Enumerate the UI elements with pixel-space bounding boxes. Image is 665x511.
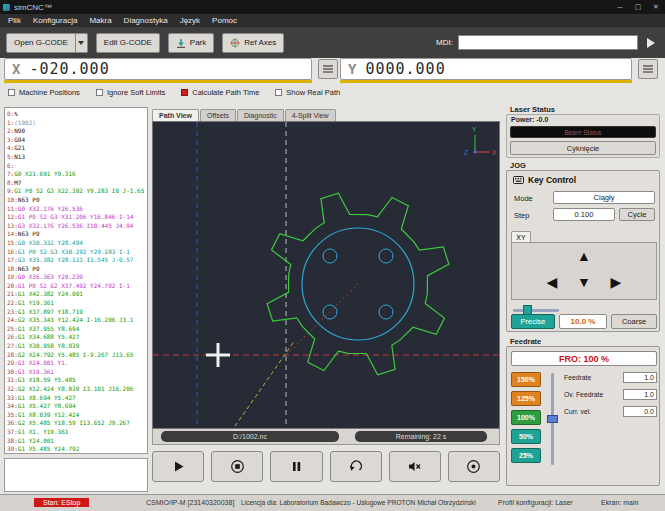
gcode-line[interactable]: 15:G0 X30.332 Y28.494 xyxy=(7,239,147,248)
gcode-line[interactable]: 10:N63 P0 xyxy=(7,196,147,205)
checkbox[interactable] xyxy=(8,89,15,96)
dro-y-zero-button[interactable] xyxy=(638,59,658,79)
close-button[interactable]: ✕ xyxy=(647,0,665,14)
field-value[interactable]: 0.0 xyxy=(623,406,657,417)
jog-mode-select[interactable]: Ciągły xyxy=(553,191,655,204)
gcode-line[interactable]: 1:(1002) xyxy=(7,119,147,128)
fro-preset-100[interactable]: 100% xyxy=(511,410,541,425)
gcode-line[interactable]: 39:G1 X5.485 Y24.792 xyxy=(7,445,147,454)
gcode-line[interactable]: 12:G1 P0 S2 G3 X31.206 Y16.846 I-14 xyxy=(7,213,147,222)
gcode-line[interactable]: 16:G1 P0 S2 G3 X30.292 Y29.283 I-1 xyxy=(7,248,147,257)
path-view-canvas[interactable]: Y X Z xyxy=(152,121,500,429)
gcode-line[interactable]: 28:G2 X24.792 Y5.485 I-9.267 J13.65 xyxy=(7,351,147,360)
gcode-listing[interactable]: 0:%1:(1002)2:N903:G944:G215:N136:7:G0 X2… xyxy=(4,107,148,454)
jog-left-button[interactable]: ◀ xyxy=(540,271,564,293)
stop-button[interactable] xyxy=(211,451,263,482)
record-button[interactable] xyxy=(448,451,500,482)
gcode-line[interactable]: 23:G1 X37.897 Y18.719 xyxy=(7,308,147,317)
edit-gcode-button[interactable]: Edit G-CODE xyxy=(96,33,160,53)
tab-4-split-view[interactable]: 4-Split View xyxy=(285,109,336,121)
mdi-run-icon[interactable] xyxy=(647,38,655,48)
checkbox[interactable] xyxy=(275,89,282,96)
gcode-line[interactable]: 11:G0 X32.176 Y26.536 xyxy=(7,205,147,214)
gcode-line[interactable]: 24:G2 X35.343 Y12.424 I-16.206 J3.1 xyxy=(7,316,147,325)
gcode-line[interactable]: 27:G1 X30.958 Y8.039 xyxy=(7,342,147,351)
field-value[interactable]: 1.0 xyxy=(623,372,657,383)
gcode-line[interactable]: 38:G1 Y24.001 xyxy=(7,437,147,446)
gcode-line[interactable]: 30:G1 X19.361 xyxy=(7,368,147,377)
gcode-line[interactable]: 17:G3 X35.382 Y28.121 I1.545 J-0.57 xyxy=(7,256,147,265)
checkbox[interactable] xyxy=(181,89,188,96)
fro-preset-150[interactable]: 150% xyxy=(511,372,541,387)
gcode-line[interactable]: 19:G0 X36.363 Y29.239 xyxy=(7,273,147,282)
menu-konfiguracja[interactable]: Konfiguracja xyxy=(27,16,83,25)
field-value[interactable]: 1.0 xyxy=(623,389,657,400)
fro-slider[interactable] xyxy=(547,373,558,465)
menu-pomoc[interactable]: Pomoc xyxy=(206,16,243,25)
gcode-line[interactable]: 21:G1 X42.382 Y24.001 xyxy=(7,290,147,299)
tab-offsets[interactable]: Offsets xyxy=(200,109,236,121)
jog-down-button[interactable]: ▼ xyxy=(572,271,596,293)
gcode-line[interactable]: 2:N90 xyxy=(7,127,147,136)
gcode-line[interactable]: 35:G1 X8.039 Y12.424 xyxy=(7,411,147,420)
option-show-real-path[interactable]: Show Real Path xyxy=(275,88,340,97)
gcode-line[interactable]: 31:G1 X18.59 Y5.485 xyxy=(7,376,147,385)
gcode-line[interactable]: 34:G1 X5.427 Y8.694 xyxy=(7,402,147,411)
gcode-line[interactable]: 9:G1 P0 S2 G3 X22.392 Y9.283 I0 J-1.65 F… xyxy=(7,187,147,196)
mdi-input[interactable] xyxy=(458,35,638,50)
rewind-button[interactable] xyxy=(330,451,382,482)
laser-pulse-button[interactable]: Cyknięcie xyxy=(510,141,656,155)
gcode-line[interactable]: 6: xyxy=(7,162,147,171)
gcode-line[interactable]: 0:% xyxy=(7,110,147,119)
option-machine-positions[interactable]: Machine Positions xyxy=(8,88,80,97)
pause-button[interactable] xyxy=(270,451,322,482)
park-button[interactable]: Park xyxy=(168,33,214,53)
gcode-line[interactable]: 36:G2 X5.485 Y18.59 I13.652 J9.267 xyxy=(7,419,147,428)
gcode-line[interactable]: 33:G1 X8.694 Y5.427 xyxy=(7,394,147,403)
fro-preset-25[interactable]: 25% xyxy=(511,448,541,463)
play-button[interactable] xyxy=(152,451,204,482)
gcode-line[interactable]: 18:N63 P0 xyxy=(7,265,147,274)
jog-cycle-button[interactable]: Cycle xyxy=(619,208,655,221)
gcode-line[interactable]: 4:G21 xyxy=(7,144,147,153)
open-gcode-button[interactable]: Open G-CODE xyxy=(6,33,76,53)
gcode-line[interactable]: 20:G1 P0 S2 G2 X37.492 Y24.792 I-1 xyxy=(7,282,147,291)
fro-preset-125[interactable]: 125% xyxy=(511,391,541,406)
open-gcode-dropdown[interactable] xyxy=(76,33,88,53)
gcode-line[interactable]: 13:G3 X32.176 Y26.536 I10.445 J4.94 xyxy=(7,222,147,231)
gcode-line[interactable]: 32:G2 X12.424 Y8.039 I3.101 J16.206 xyxy=(7,385,147,394)
slider-handle[interactable] xyxy=(547,415,558,423)
beam-status-button[interactable]: Beam Status xyxy=(510,126,656,138)
dro-x-zero-button[interactable] xyxy=(318,59,338,79)
gcode-line[interactable]: 8:M7 xyxy=(7,179,147,188)
menu-diagnostyka[interactable]: Diagnostyka xyxy=(118,16,174,25)
ref-axes-button[interactable]: Ref Axes xyxy=(222,33,284,53)
gcode-line[interactable]: 3:G94 xyxy=(7,136,147,145)
fro-preset-50[interactable]: 50% xyxy=(511,429,541,444)
gcode-line[interactable]: 37:G1 X1. Y19.361 xyxy=(7,428,147,437)
jog-up-button[interactable]: ▲ xyxy=(572,245,596,267)
maximize-button[interactable]: ▢ xyxy=(629,0,647,14)
gcode-line[interactable]: 22:G1 Y19.361 xyxy=(7,299,147,308)
menu-plik[interactable]: Plik xyxy=(2,16,27,25)
dro-x-value[interactable]: -020.000 xyxy=(29,60,109,78)
gcode-line[interactable]: 26:G1 X34.688 Y5.427 xyxy=(7,333,147,342)
option-ignore-soft-limits[interactable]: Ignore Soft Limits xyxy=(96,88,165,97)
dro-y-value[interactable]: 0000.000 xyxy=(365,60,445,78)
tab-diagnostic[interactable]: Diagnostic xyxy=(237,109,284,121)
menu-j-zyk[interactable]: Język xyxy=(174,16,206,25)
gcode-line[interactable]: 14:N63 P0 xyxy=(7,230,147,239)
jog-step-input[interactable]: 0.100 xyxy=(553,208,615,221)
menu-makra[interactable]: Makra xyxy=(83,16,117,25)
minimize-button[interactable]: ─ xyxy=(611,0,629,14)
gcode-line[interactable]: 7:G0 X21.691 Y9.316 xyxy=(7,170,147,179)
precise-button[interactable]: Precise xyxy=(511,314,555,329)
gcode-line[interactable]: 25:G1 X37.955 Y8.694 xyxy=(7,325,147,334)
option-calculate-path-time[interactable]: Calculate Path Time xyxy=(181,88,259,97)
checkbox[interactable] xyxy=(96,89,103,96)
jog-right-button[interactable]: ▶ xyxy=(604,271,628,293)
coarse-button[interactable]: Coarse xyxy=(611,314,657,329)
jog-axis-tab-xy[interactable]: XY xyxy=(511,231,531,242)
gcode-line[interactable]: 29:G1 X24.001 Y1. xyxy=(7,359,147,368)
tab-path-view[interactable]: Path View xyxy=(152,109,199,121)
